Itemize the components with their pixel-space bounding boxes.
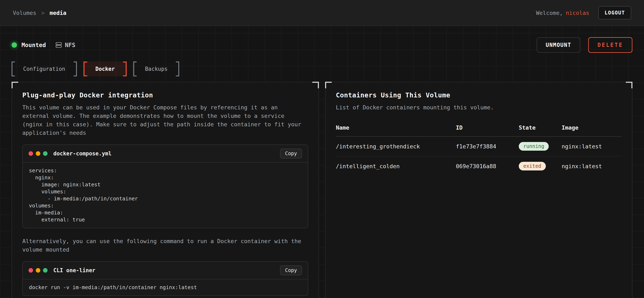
bracket-left-icon: [84, 61, 87, 76]
volume-detail-page: Volumes > media Welcome,nicolas LOGOUT M…: [0, 0, 644, 298]
panel-corner-icon: [626, 82, 632, 88]
traffic-lights-icon: [28, 268, 48, 273]
copy-cli-button[interactable]: Copy: [280, 265, 302, 275]
container-id: f1e73e7f3884: [456, 137, 519, 156]
cli-code-header: CLI one-liner Copy: [23, 262, 308, 280]
container-image: nginx:latest: [562, 137, 622, 156]
compose-code-block: docker-compose.yml Copy services: nginx:…: [22, 145, 308, 228]
container-name: /interesting_grothendieck: [336, 137, 456, 156]
breadcrumb-separator-icon: >: [41, 10, 45, 16]
server-stack-icon: [56, 42, 62, 48]
column-header-image: Image: [562, 125, 622, 137]
protocol-label: NFS: [65, 42, 76, 48]
unmount-button[interactable]: UNMOUNT: [537, 37, 580, 53]
logout-button[interactable]: LOGOUT: [598, 6, 631, 19]
column-header-id: ID: [456, 125, 519, 137]
copy-compose-button[interactable]: Copy: [280, 149, 302, 158]
docker-panel-description: This volume can be used in your Docker C…: [22, 103, 308, 137]
traffic-lights-icon: [28, 151, 48, 156]
panel-corner-icon: [12, 82, 18, 88]
tab-bar: Configuration Docker Backups: [12, 61, 632, 76]
volume-actions: UNMOUNT DELETE: [537, 37, 633, 53]
compose-filename: docker-compose.yml: [53, 150, 112, 157]
delete-button[interactable]: DELETE: [588, 37, 632, 53]
cli-code-block: CLI one-liner Copy docker run -v im-medi…: [22, 261, 308, 296]
tab-label: Docker: [87, 61, 123, 76]
status-badge: running: [519, 142, 549, 151]
breadcrumb-volumes-link[interactable]: Volumes: [13, 10, 36, 16]
bracket-left-icon: [133, 61, 136, 76]
welcome-prefix: Welcome,: [536, 10, 563, 16]
table-row: /interesting_grothendieck f1e73e7f3884 r…: [336, 137, 622, 156]
containers-table: Name ID State Image /interesting_grothen…: [336, 125, 622, 176]
mounted-status-label: Mounted: [22, 42, 46, 48]
traffic-green-icon: [43, 268, 48, 273]
column-header-state: State: [519, 125, 562, 137]
panels-row: Plug-and-play Docker integration This vo…: [12, 82, 632, 298]
username: nicolas: [566, 10, 590, 16]
protocol-indicator: NFS: [56, 42, 76, 48]
bracket-right-icon: [176, 61, 179, 76]
column-header-name: Name: [336, 125, 456, 137]
traffic-amber-icon: [36, 151, 40, 156]
cli-code-content: docker run -v im-media:/path/in/containe…: [23, 280, 308, 296]
container-id: 069e73016a88: [456, 156, 519, 176]
tab-label: Backups: [136, 61, 176, 76]
tab-docker[interactable]: Docker: [84, 61, 127, 76]
breadcrumb: Volumes > media: [13, 10, 66, 16]
main-content: Mounted NFS UNMOUNT DELETE: [0, 37, 644, 298]
panel-corner-icon: [325, 82, 332, 88]
top-bar: Volumes > media Welcome,nicolas LOGOUT: [0, 0, 644, 26]
container-name: /intelligent_colden: [336, 156, 456, 176]
bracket-right-icon: [123, 61, 127, 76]
bracket-left-icon: [12, 61, 15, 76]
bracket-right-icon: [74, 61, 77, 76]
status-badge: exited: [519, 162, 546, 170]
tab-label: Configuration: [15, 61, 74, 76]
docker-panel-title: Plug-and-play Docker integration: [22, 91, 308, 99]
traffic-red-icon: [28, 151, 33, 156]
cli-filename: CLI one-liner: [53, 267, 96, 274]
topbar-right: Welcome,nicolas LOGOUT: [536, 6, 631, 19]
panel-corner-icon: [312, 82, 319, 88]
volume-status: Mounted NFS: [12, 42, 76, 48]
traffic-green-icon: [43, 151, 48, 156]
docker-integration-panel: Plug-and-play Docker integration This vo…: [12, 82, 319, 298]
containers-panel: Containers Using This Volume List of Doc…: [325, 82, 632, 298]
table-row: /intelligent_colden 069e73016a88 exited …: [336, 156, 622, 176]
tab-configuration[interactable]: Configuration: [12, 61, 77, 76]
breadcrumb-current-volume: media: [50, 10, 66, 16]
compose-code-content: services: nginx: image: nginx:latest vol…: [23, 163, 308, 228]
compose-code-header: docker-compose.yml Copy: [23, 145, 308, 163]
cli-intro-text: Alternatively, you can use the following…: [22, 237, 308, 254]
tab-backups[interactable]: Backups: [133, 61, 179, 76]
container-image: nginx:latest: [562, 156, 622, 176]
containers-panel-title: Containers Using This Volume: [336, 91, 622, 99]
traffic-amber-icon: [36, 268, 40, 273]
mounted-status-dot-icon: [12, 42, 17, 48]
status-row: Mounted NFS UNMOUNT DELETE: [12, 37, 632, 53]
containers-panel-subtitle: List of Docker containers mounting this …: [336, 103, 622, 112]
welcome-text: Welcome,nicolas: [536, 10, 589, 16]
table-header-row: Name ID State Image: [336, 125, 622, 137]
traffic-red-icon: [28, 268, 33, 273]
